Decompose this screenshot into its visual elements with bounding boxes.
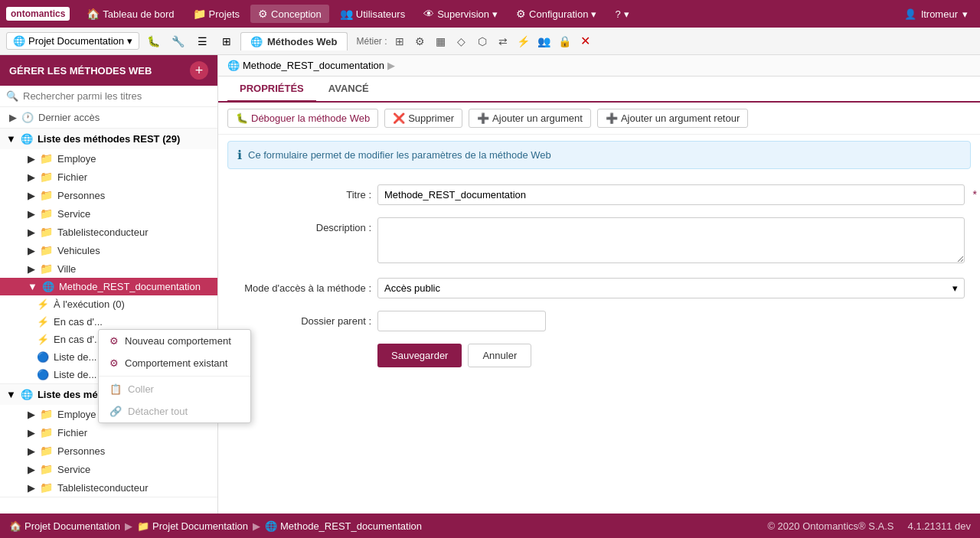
add-arg-label: Ajouter un argument: [492, 112, 583, 124]
tree-item-fichier-soap[interactable]: ▶ 📁 Fichier: [0, 423, 217, 442]
expand-icon: ▶: [28, 153, 35, 165]
footer-item-3: 🌐 Methode_REST_documentation: [265, 520, 422, 532]
folder-icon: 📁: [40, 426, 53, 439]
tree-item-service-soap[interactable]: ▶ 📁 Service: [0, 460, 217, 478]
recent-label: Dernier accès: [38, 112, 100, 123]
help-dropdown-icon: ▾: [624, 8, 629, 20]
grid-tool-btn[interactable]: ⊞: [216, 31, 237, 52]
context-menu-paste: 📋 Coller: [99, 378, 250, 400]
lightning-icon: ⚡: [37, 298, 49, 310]
debug-method-btn[interactable]: 🐛 Déboguer la méthode Web: [227, 109, 378, 128]
save-button[interactable]: Sauvegarder: [377, 344, 462, 367]
footer-item-2: 📁 Projet Documentation: [137, 520, 248, 532]
nav-users[interactable]: 👥 Utilisateurs: [332, 5, 413, 23]
nav-dashboard[interactable]: 🏠 Tableau de bord: [79, 5, 181, 23]
required-star: *: [973, 188, 977, 201]
item-label: Tablelisteconducteur: [57, 482, 149, 494]
context-menu-existing-behavior[interactable]: ⚙ Comportement existant: [99, 352, 250, 374]
new-behavior-label: Nouveau comportement: [125, 335, 231, 347]
access-mode-select[interactable]: Accès public ▾: [377, 278, 965, 298]
nav-help[interactable]: ? ▾: [607, 5, 636, 23]
footer-method: Methode_REST_documentation: [280, 520, 422, 532]
tree-item-methode-rest-selected[interactable]: ▼ 🌐 Methode_REST_documentation: [0, 278, 217, 295]
project-globe-icon: 🌐: [13, 35, 25, 47]
nav-supervision-label: Supervision: [437, 8, 489, 20]
item-label: Liste de...: [54, 369, 96, 380]
breadcrumb-globe-icon: 🌐: [227, 60, 240, 71]
metier-icon-6[interactable]: ⇄: [494, 32, 512, 51]
soap-globe-icon: 🌐: [21, 389, 33, 400]
tree-item-tablelisteconducteur-rest[interactable]: ▶ 📁 Tablelisteconducteur: [0, 223, 217, 241]
tree-item-fichier-rest[interactable]: ▶ 📁 Fichier: [0, 168, 217, 186]
configuration-icon: ⚙: [516, 8, 526, 20]
add-argument-return-btn[interactable]: ➕ Ajouter un argument retour: [597, 109, 748, 128]
footer-globe-icon: 🌐: [265, 520, 277, 532]
close-tab-btn[interactable]: ✕: [580, 34, 590, 48]
tree-item-personnes-rest[interactable]: ▶ 📁 Personnes: [0, 186, 217, 204]
sidebar-title: GÉRER LES MÉTHODES WEB: [9, 65, 152, 77]
tree-item-tablelisteconducteur-soap[interactable]: ▶ 📁 Tablelisteconducteur: [0, 478, 217, 497]
delete-method-btn[interactable]: ❌ Supprimer: [384, 109, 462, 128]
metier-icon-4[interactable]: ◇: [452, 32, 471, 51]
nav-projects-label: Projets: [209, 8, 240, 20]
tab-advanced[interactable]: AVANCÉ: [316, 77, 381, 103]
nav-supervision[interactable]: 👁 Supervision ▾: [416, 5, 505, 23]
metier-icon-5[interactable]: ⬡: [473, 32, 492, 51]
context-menu: ⚙ Nouveau comportement ⚙ Comportement ex…: [98, 329, 251, 423]
nav-projects[interactable]: 📁 Projets: [185, 5, 247, 23]
methods-web-tab[interactable]: 🌐 Méthodes Web: [240, 32, 348, 51]
description-textarea[interactable]: [377, 217, 965, 263]
tree-subitem-execution[interactable]: ⚡ À l'exécution (0): [0, 295, 217, 313]
footer: 🏠 Projet Documentation ▶ 📁 Projet Docume…: [0, 514, 980, 538]
nav-configuration[interactable]: ⚙ Configuration ▾: [508, 5, 604, 23]
folder-icon: 📁: [40, 171, 53, 183]
form-row-title: Titre : *: [234, 184, 965, 205]
cancel-button[interactable]: Annuler: [468, 344, 531, 367]
tree-item-vehicules-rest[interactable]: ▶ 📁 Vehicules: [0, 241, 217, 259]
footer-folder-icon: 📁: [137, 520, 149, 532]
metier-icon-7[interactable]: ⚡: [514, 32, 533, 51]
sidebar-add-button[interactable]: +: [190, 61, 208, 80]
folder-icon: 📁: [40, 207, 53, 220]
form-area: Titre : * Description : Mode d'accès à l…: [218, 175, 980, 514]
tree-item-employe-rest[interactable]: ▶ 📁 Employe: [0, 149, 217, 168]
paste-label: Coller: [128, 383, 154, 395]
metier-icon-8[interactable]: 👥: [535, 32, 554, 51]
context-menu-divider: [99, 376, 250, 377]
tab-properties[interactable]: PROPRIÉTÉS: [227, 77, 316, 103]
select-dropdown-icon: ▾: [952, 282, 958, 294]
list-tool-btn[interactable]: ☰: [191, 31, 213, 52]
debug-label: Déboguer la méthode Web: [251, 112, 370, 124]
title-input[interactable]: [377, 184, 965, 205]
nav-conception[interactable]: ⚙ Conception: [250, 5, 329, 23]
metier-icon-1[interactable]: ⊞: [390, 32, 409, 51]
context-menu-new-behavior[interactable]: ⚙ Nouveau comportement: [99, 330, 250, 352]
sidebar-recent-access[interactable]: ▶ 🕐 Dernier accès: [0, 107, 217, 129]
wrench-tool-btn[interactable]: 🔧: [167, 31, 188, 52]
project-selector[interactable]: 🌐 Projet Documentation ▾: [6, 32, 139, 50]
metier-icon-3[interactable]: ▦: [432, 32, 450, 51]
lightning-icon: ⚡: [37, 316, 49, 328]
tree-subitem-encas1[interactable]: ⚡ En cas d'...: [0, 313, 217, 331]
add-argument-btn[interactable]: ➕ Ajouter un argument: [469, 109, 591, 128]
search-input[interactable]: [23, 90, 211, 102]
tree-item-ville-rest[interactable]: ▶ 📁 Ville: [0, 259, 217, 278]
metier-icon-9[interactable]: 🔒: [556, 32, 574, 51]
bug-tool-btn[interactable]: 🐛: [142, 31, 164, 52]
metier-icon-2[interactable]: ⚙: [411, 32, 430, 51]
item-label: Fichier: [57, 427, 87, 439]
item-label: Personnes: [57, 445, 105, 457]
breadcrumb-arrow: ▶: [387, 60, 395, 71]
supervision-icon: 👁: [423, 8, 434, 20]
rest-section-header[interactable]: ▼ 🌐 Liste des méthodes REST (29): [0, 129, 217, 149]
footer-item-1: 🏠 Projet Documentation: [9, 520, 120, 532]
project-name: Projet Documentation: [28, 35, 124, 47]
tree-item-personnes-soap[interactable]: ▶ 📁 Personnes: [0, 442, 217, 460]
user-menu[interactable]: 👤 ltromeur ▾: [898, 5, 974, 23]
parent-folder-input[interactable]: [377, 311, 546, 331]
tree-item-service-rest[interactable]: ▶ 📁 Service: [0, 204, 217, 223]
add-arg-return-label: Ajouter un argument retour: [621, 112, 740, 124]
expand-icon: ▶: [28, 445, 35, 457]
nav-users-label: Utilisateurs: [356, 8, 405, 20]
paste-icon: 📋: [109, 383, 122, 395]
